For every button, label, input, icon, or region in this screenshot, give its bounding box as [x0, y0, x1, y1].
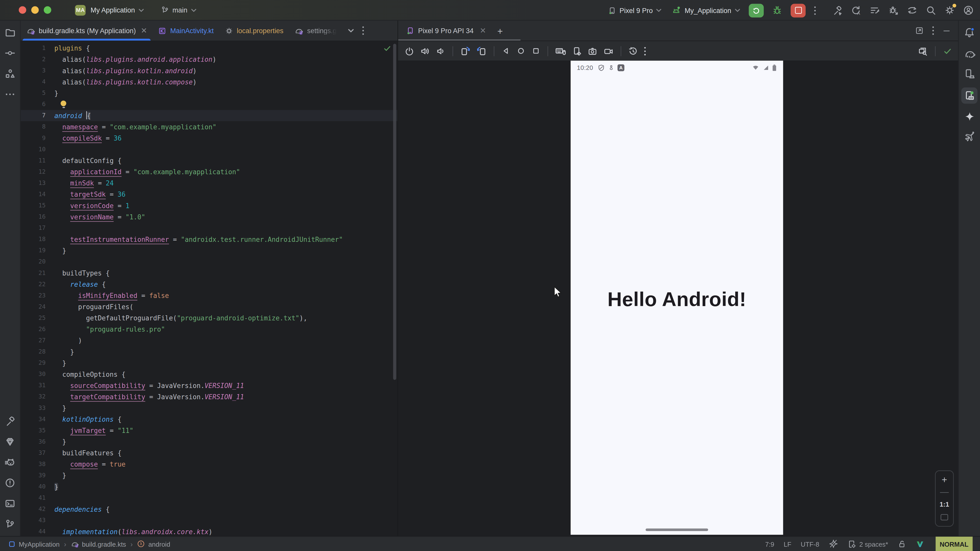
running-devices-button[interactable]: [961, 87, 978, 104]
gesture-navigation-pill[interactable]: [646, 528, 708, 531]
code-line[interactable]: 5}: [21, 87, 398, 99]
line-number[interactable]: 15: [21, 200, 54, 211]
line-number[interactable]: 25: [21, 312, 54, 324]
close-device-tab-icon[interactable]: ✕: [480, 26, 486, 35]
home-button[interactable]: [516, 46, 526, 56]
airplane-tool-button[interactable]: [963, 130, 976, 144]
terminal-tool-button[interactable]: [3, 497, 17, 510]
app-quality-insights-tool-button[interactable]: [3, 435, 17, 448]
line-number[interactable]: 36: [21, 436, 54, 447]
attach-debugger-button[interactable]: [888, 5, 899, 16]
line-number[interactable]: 27: [21, 335, 54, 346]
zoom-in-button[interactable]: +: [942, 477, 947, 483]
debug-button[interactable]: [772, 5, 783, 16]
stop-button[interactable]: [791, 3, 806, 17]
code-line[interactable]: 35 jvmTarget = "11": [21, 425, 398, 436]
line-number[interactable]: 33: [21, 402, 54, 413]
encoding-widget[interactable]: UTF-8: [800, 540, 819, 548]
device-more-kebab-icon[interactable]: [644, 46, 646, 56]
tab-local-properties[interactable]: local.properties: [219, 21, 289, 41]
code-line[interactable]: 31 sourceCompatibility = JavaVersion.VER…: [21, 380, 398, 391]
tab-options-kebab-icon[interactable]: [362, 25, 364, 35]
code-line[interactable]: 43: [21, 515, 398, 526]
line-number[interactable]: 10: [21, 144, 54, 155]
build-tool-button[interactable]: [3, 414, 17, 428]
emulator-screen[interactable]: 10:20: [571, 61, 783, 535]
project-selector[interactable]: My Application: [91, 6, 144, 14]
code-line[interactable]: 8 namespace = "com.example.myapplication…: [21, 121, 398, 132]
line-number[interactable]: 39: [21, 470, 54, 481]
line-number[interactable]: 42: [21, 503, 54, 515]
unlock-icon[interactable]: [897, 540, 906, 548]
line-number[interactable]: 14: [21, 189, 54, 200]
code-line[interactable]: 30 compileOptions {: [21, 368, 398, 380]
screenshot-button[interactable]: [587, 46, 597, 56]
line-number[interactable]: 35: [21, 425, 54, 436]
line-number[interactable]: 29: [21, 357, 54, 368]
overview-button[interactable]: [531, 46, 541, 56]
line-number[interactable]: 9: [21, 132, 54, 144]
code-line[interactable]: 29 }: [21, 357, 398, 368]
more-actions-button[interactable]: [814, 5, 816, 15]
search-everywhere-button[interactable]: [926, 5, 936, 16]
code-line[interactable]: 25 getDefaultProguardFile("proguard-andr…: [21, 312, 398, 324]
device-manager-button[interactable]: [963, 67, 976, 81]
tab-mainactivity[interactable]: MainActivity.kt: [153, 21, 219, 41]
ai-assistant-disabled-icon[interactable]: [829, 539, 838, 548]
add-device-tab-button[interactable]: +: [491, 25, 509, 36]
tab-scrollbar[interactable]: [398, 39, 520, 41]
vcs-branch-selector[interactable]: main: [161, 6, 197, 14]
code-line[interactable]: 42dependencies {: [21, 503, 398, 515]
vim-plugin-icon[interactable]: [916, 540, 924, 548]
fit-to-window-button[interactable]: [941, 514, 948, 520]
indent-widget[interactable]: 2 spaces*: [848, 540, 888, 548]
volume-up-button[interactable]: [420, 46, 430, 56]
caret-position-widget[interactable]: 7:9: [765, 540, 774, 548]
line-number[interactable]: 34: [21, 413, 54, 425]
code-line[interactable]: 27 ): [21, 335, 398, 346]
code-line[interactable]: 2 alias(libs.plugins.android.application…: [21, 54, 398, 65]
code-line[interactable]: 1plugins {: [21, 43, 398, 54]
line-number[interactable]: 23: [21, 290, 54, 301]
line-number[interactable]: 43: [21, 515, 54, 526]
logcat-tool-button[interactable]: [3, 455, 17, 469]
hidden-tabs-chevron-icon[interactable]: [347, 27, 354, 34]
code-line[interactable]: 39 }: [21, 470, 398, 481]
line-number[interactable]: 18: [21, 233, 54, 245]
line-separator-widget[interactable]: LF: [784, 540, 791, 548]
code-line[interactable]: 21 buildTypes {: [21, 267, 398, 279]
line-number[interactable]: 19: [21, 245, 54, 256]
line-number[interactable]: 8: [21, 121, 54, 132]
code-line[interactable]: 41: [21, 492, 398, 503]
settings-button[interactable]: [944, 5, 955, 16]
code-line[interactable]: 19 }: [21, 245, 398, 256]
breadcrumb-project[interactable]: MyApplication: [8, 540, 60, 548]
more-tools-button[interactable]: [3, 87, 17, 101]
power-button[interactable]: [404, 46, 414, 56]
gemini-button[interactable]: [963, 110, 976, 123]
code-line[interactable]: 3 alias(libs.plugins.kotlin.android): [21, 65, 398, 76]
close-window-button[interactable]: [19, 6, 26, 14]
close-tab-icon[interactable]: ✕: [141, 26, 147, 35]
code-line[interactable]: 20: [21, 256, 398, 267]
problems-tool-button[interactable]: [3, 476, 17, 490]
line-number[interactable]: 5: [21, 87, 54, 99]
open-in-window-icon[interactable]: [915, 26, 924, 35]
project-tool-button[interactable]: [3, 25, 17, 39]
screen-search-icon[interactable]: [918, 46, 928, 56]
line-number[interactable]: 26: [21, 324, 54, 335]
code-line[interactable]: 12 applicationId = "com.example.myapplic…: [21, 166, 398, 177]
screen-record-button[interactable]: [603, 46, 614, 56]
line-number[interactable]: 28: [21, 346, 54, 357]
zoom-out-button[interactable]: —: [940, 489, 948, 494]
virtual-keyboard-button[interactable]: [555, 46, 566, 56]
breadcrumb-file[interactable]: build.gradle.kts: [71, 540, 126, 548]
code-line[interactable]: 34 kotlinOptions {: [21, 413, 398, 425]
line-number[interactable]: 40: [21, 481, 54, 492]
swap-arrows-button[interactable]: [907, 5, 918, 16]
code-line[interactable]: 10: [21, 144, 398, 155]
breadcrumb-element[interactable]: λ android: [137, 540, 170, 548]
line-number[interactable]: 22: [21, 279, 54, 290]
line-number[interactable]: 16: [21, 211, 54, 222]
line-number[interactable]: 2: [21, 54, 54, 65]
